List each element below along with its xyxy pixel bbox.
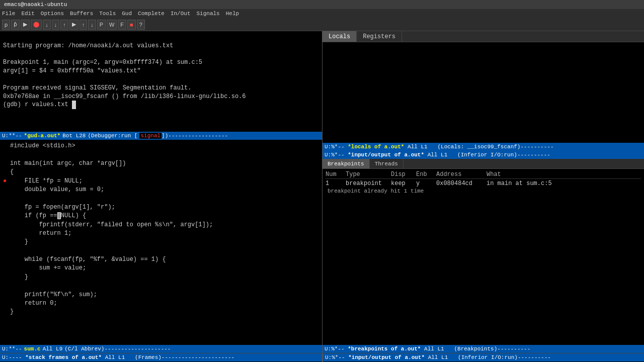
source-line-sum: sum += value;: [3, 264, 319, 273]
bp-marker: [3, 282, 10, 290]
toolbar-finish-btn[interactable]: ↑: [60, 20, 68, 30]
bp-marker: [3, 186, 10, 194]
io-mode-line: U:%*-- *input/output of a.out* All L1 (I…: [323, 151, 644, 159]
menu-file[interactable]: File: [2, 11, 15, 17]
code-if: if (fp ==|NULL) {: [10, 212, 86, 220]
bp-ml-prefix: U:%*--: [325, 346, 348, 352]
code-val-decl: double value, sum = 0;: [10, 186, 104, 194]
bp-marker: [3, 247, 10, 255]
gdb-line-6: Program received signal SIGSEGV, Segment…: [3, 84, 319, 93]
bp-type: breakpoint: [346, 180, 391, 188]
toolbar-next2-btn[interactable]: ↓: [52, 20, 60, 30]
source-area[interactable]: #include <stdio.h> int main(int argc, ch…: [0, 140, 322, 345]
bp-col-num: Num: [326, 171, 346, 178]
code-printf: printf("%f\n", sum);: [10, 291, 97, 299]
code-fp-decl: FILE *fp = NULL;: [10, 177, 83, 186]
bp-tab-breakpoints[interactable]: Breakpoints: [323, 159, 370, 168]
menu-gud[interactable]: Gud: [122, 11, 132, 17]
io-ml-prefix: U:%*--: [325, 152, 348, 158]
toolbar-continue-btn[interactable]: ▶: [69, 20, 78, 30]
stack-mode-line: U:---- *stack frames of a.out* All L1 (F…: [0, 353, 322, 361]
bp-marker: [3, 273, 10, 282]
toolbar-up-btn[interactable]: ↑: [79, 20, 88, 30]
ml-filename: *gud-a.out*: [24, 133, 61, 139]
title-text: emacs@naoaki-ubuntu: [4, 2, 67, 8]
code-include: #include <stdio.h>: [10, 142, 75, 150]
gdb-line-7: 0xb7e768ae in __isoc99_fscanf () from /l…: [3, 93, 319, 101]
toolbar-frame-btn[interactable]: F: [118, 20, 126, 30]
toolbar-watch-btn[interactable]: W: [107, 20, 117, 30]
src-ml-prefix: U:**--: [2, 346, 22, 352]
stack-ml-filename: *stack frames of a.out*: [25, 354, 102, 360]
src-ml-lang: (C/l Abbrev)--------------------: [64, 346, 171, 352]
bp-header-row: Num Type Disp Enb Address What: [326, 171, 641, 179]
code-blank4: [10, 282, 14, 290]
code-brace-close1: }: [10, 238, 28, 246]
locals-content: [323, 42, 644, 143]
ml-bot: Bot L28: [62, 133, 86, 139]
gdb-line-8: (gdb) r values.txt: [3, 101, 319, 109]
bp-ml-filename: *breakpoints of a.out*: [348, 346, 421, 352]
menu-signals[interactable]: Signals: [197, 11, 220, 17]
tab-locals[interactable]: Locals: [323, 31, 357, 42]
bp-col-what: What: [487, 171, 641, 178]
gdb-output[interactable]: Starting program: /home/naoaki/a.out val…: [0, 31, 322, 132]
bp-marker: ●: [3, 177, 10, 186]
io-ml-info: All L1 (Inferior I/O:run)----------: [424, 152, 550, 158]
bp-marker: [3, 291, 10, 299]
source-line-while: while (fscanf(fp, "%f", &value) == 1) {: [3, 255, 319, 264]
left-panel: Starting program: /home/naoaki/a.out val…: [0, 31, 323, 353]
menu-inout[interactable]: In/Out: [171, 11, 191, 17]
toolbar-run-btn[interactable]: ▶: [21, 20, 30, 30]
bp-marker: [3, 308, 10, 316]
menu-buffers[interactable]: Buffers: [70, 11, 93, 17]
menu-options[interactable]: Options: [41, 11, 64, 17]
bp-tab-threads[interactable]: Threads: [370, 159, 404, 168]
toolbar: p p̄ ▶ ⬤ ↓ ↓ ↑ ▶ ↑ ↓ P W F ■ ?: [0, 18, 644, 31]
menu-tools[interactable]: Tools: [99, 11, 116, 17]
source-line-brace-close1: }: [3, 238, 319, 246]
toolbar-info-btn[interactable]: ?: [137, 20, 145, 30]
bp-num: 1: [326, 180, 346, 188]
gdb-line-1: Starting program: /home/naoaki/a.out val…: [3, 42, 319, 50]
main-content: Starting program: /home/naoaki/a.out val…: [0, 31, 644, 353]
stack-ml-prefix: U:----: [2, 354, 25, 360]
bp-marker: [3, 238, 10, 246]
bp-marker: [3, 142, 10, 150]
source-line-blank2: [3, 194, 319, 203]
bp-ml-info: All L1 (Breakpoints)----------: [421, 346, 530, 352]
code-main-decl: int main(int argc, char *argv[]): [10, 159, 126, 168]
menu-edit[interactable]: Edit: [21, 11, 34, 17]
menu-help[interactable]: Help: [226, 11, 239, 17]
toolbar-break-btn[interactable]: ■: [127, 20, 136, 30]
toolbar-down-btn[interactable]: ↓: [88, 20, 96, 30]
title-bar: emacs@naoaki-ubuntu: [0, 0, 644, 9]
source-mode-line: U:**-- sum.c All L9 (C/l Abbrev)--------…: [0, 345, 322, 353]
gdb-line-5: [3, 75, 319, 84]
code-return0: return 0;: [10, 299, 57, 308]
menu-complete[interactable]: Complete: [138, 11, 165, 17]
toolbar-print-btn[interactable]: P: [97, 20, 106, 30]
bp-marker: [3, 221, 10, 229]
gdb-mode-line: U:**-- *gud-a.out* Bot L28 (Debugger:run…: [0, 132, 322, 140]
toolbar-next-btn[interactable]: p̄: [11, 20, 20, 30]
stack-ml-info: All L1 (Frames)----------------------: [102, 354, 234, 360]
code-brace: {: [10, 168, 14, 176]
tab-registers[interactable]: Registers: [357, 31, 402, 42]
toolbar-stop-btn[interactable]: ⬤: [31, 20, 42, 30]
locals-ml-filename: *locals of a.out*: [348, 144, 404, 150]
bp-marker: [3, 168, 10, 176]
bp-disp: keep: [391, 180, 416, 188]
source-line-fprintf: fprintf(stderr, "failed to open %s\n", a…: [3, 221, 319, 229]
gdb-prompt: (gdb): [3, 101, 21, 108]
toolbar-step-btn[interactable]: ↓: [43, 20, 51, 30]
io-ml-filename: *input/output of a.out*: [348, 152, 424, 158]
bp-marker: [3, 150, 10, 159]
menu-bar: File Edit Options Buffers Tools Gud Comp…: [0, 9, 644, 18]
bp-tabs-bar: Breakpoints Threads: [323, 159, 644, 169]
toolbar-prev-btn[interactable]: p: [2, 20, 10, 30]
ml-debugger-prefix: (Debugger:run [: [88, 133, 137, 139]
code-fprintf: fprintf(stderr, "failed to open %s\n", a…: [10, 221, 213, 229]
bp-note: breakpoint already hit 1 time: [326, 188, 641, 194]
gdb-line-3: Breakpoint 1, main (argc=2, argv=0xbffff…: [3, 58, 319, 67]
